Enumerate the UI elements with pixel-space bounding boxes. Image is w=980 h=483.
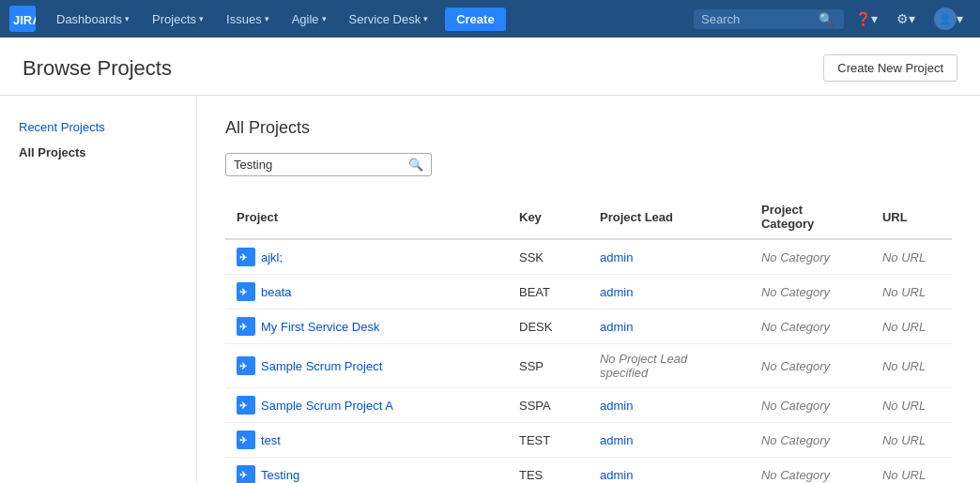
user-menu-button[interactable]: 👤 ▾ <box>926 0 971 38</box>
project-icon: ✈ <box>237 248 255 266</box>
svg-text:✈: ✈ <box>239 435 248 445</box>
project-name-link[interactable]: Sample Scrum Project A <box>261 399 393 413</box>
table-row: ✈ My First Service Desk DESK admin No Ca… <box>225 309 952 344</box>
project-icon: ✈ <box>237 465 255 483</box>
project-name-link[interactable]: test <box>261 433 281 447</box>
project-name-cell: ✈ My First Service Desk <box>225 309 508 344</box>
navbar: JIRA Dashboards▾ Projects▾ Issues▾ Agile… <box>0 0 980 38</box>
table-row: ✈ ajkl; SSK admin No Category No URL <box>225 239 952 275</box>
project-lead-link[interactable]: admin <box>600 320 633 334</box>
project-category-cell: No Category <box>750 309 871 344</box>
projects-table: Project Key Project Lead ProjectCategory… <box>225 195 952 483</box>
issues-arrow-icon: ▾ <box>265 14 269 23</box>
filter-input-wrap[interactable]: 🔍 <box>225 153 432 176</box>
user-avatar-icon: 👤 <box>934 8 957 30</box>
project-name-link[interactable]: Sample Scrum Project <box>261 359 382 373</box>
project-url-cell: No URL <box>871 423 952 458</box>
project-url-cell: No URL <box>871 458 952 484</box>
project-lead-cell: No Project Lead specified <box>589 344 750 388</box>
svg-text:✈: ✈ <box>239 400 248 411</box>
filter-input[interactable] <box>234 158 403 172</box>
projects-tbody: ✈ ajkl; SSK admin No Category No URL ✈ b… <box>225 239 952 483</box>
project-category-cell: No Category <box>750 423 871 458</box>
project-key-cell: SSPA <box>508 388 589 423</box>
project-url-cell: No URL <box>871 309 952 344</box>
create-new-project-button[interactable]: Create New Project <box>823 54 957 82</box>
jira-logo-icon: JIRA <box>9 6 36 32</box>
project-key-cell: TEST <box>508 423 589 458</box>
main-content: All Projects 🔍 Project Key Project Lead … <box>197 96 980 483</box>
project-url-cell: No URL <box>871 388 952 423</box>
search-input[interactable] <box>701 12 814 26</box>
project-url-cell: No URL <box>871 344 952 388</box>
search-icon: 🔍 <box>819 12 834 26</box>
project-category-cell: No Category <box>750 275 871 309</box>
projects-arrow-icon: ▾ <box>199 14 204 23</box>
project-icon: ✈ <box>237 317 255 336</box>
agile-arrow-icon: ▾ <box>322 14 327 23</box>
col-header-lead: Project Lead <box>589 195 750 239</box>
col-header-key: Key <box>508 195 589 239</box>
settings-button[interactable]: ⚙▾ <box>889 0 923 38</box>
project-key-cell: DESK <box>508 309 589 344</box>
svg-text:JIRA: JIRA <box>13 13 36 27</box>
content-area: Recent Projects All Projects All Project… <box>0 96 980 483</box>
project-lead-link[interactable]: admin <box>600 399 633 413</box>
project-key-cell: TES <box>508 458 589 484</box>
project-name-link[interactable]: ajkl; <box>261 250 283 264</box>
svg-text:✈: ✈ <box>239 322 248 332</box>
project-name-link[interactable]: Testing <box>261 468 299 482</box>
search-box[interactable]: 🔍 <box>694 9 844 29</box>
page-title: Browse Projects <box>23 56 172 81</box>
page-container: Browse Projects Create New Project Recen… <box>0 38 980 483</box>
project-lead-link[interactable]: admin <box>600 285 633 299</box>
help-icon: ❓▾ <box>855 11 878 26</box>
col-header-url: URL <box>871 195 952 239</box>
project-key-cell: BEAT <box>508 275 589 309</box>
col-header-project: Project <box>225 195 508 239</box>
create-button[interactable]: Create <box>445 8 505 31</box>
dashboards-arrow-icon: ▾ <box>125 14 130 23</box>
svg-text:✈: ✈ <box>239 470 248 480</box>
col-header-category: ProjectCategory <box>750 195 871 239</box>
svg-text:✈: ✈ <box>239 361 248 371</box>
table-row: ✈ Testing TES admin No Category No URL <box>225 458 952 484</box>
project-name-cell: ✈ Sample Scrum Project A <box>225 388 508 423</box>
project-category-cell: No Category <box>750 458 871 484</box>
nav-dashboards[interactable]: Dashboards▾ <box>47 0 139 38</box>
project-name-link[interactable]: My First Service Desk <box>261 320 379 334</box>
project-lead-cell: admin <box>589 458 750 484</box>
project-lead-cell: admin <box>589 423 750 458</box>
project-name-cell: ✈ Testing <box>225 458 508 484</box>
project-name-link[interactable]: beata <box>261 285 292 299</box>
page-header: Browse Projects Create New Project <box>0 38 980 96</box>
project-url-cell: No URL <box>871 275 952 309</box>
project-category-cell: No Category <box>750 388 871 423</box>
project-lead-cell: admin <box>589 275 750 309</box>
project-icon: ✈ <box>237 282 255 301</box>
project-category-cell: No Category <box>750 344 871 388</box>
project-icon: ✈ <box>237 356 255 375</box>
project-lead-cell: admin <box>589 239 750 275</box>
nav-service-desk[interactable]: Service Desk▾ <box>340 0 438 38</box>
nav-agile[interactable]: Agile▾ <box>283 0 336 38</box>
settings-icon: ⚙▾ <box>896 11 915 26</box>
project-lead-cell: admin <box>589 309 750 344</box>
project-key-cell: SSP <box>508 344 589 388</box>
project-url-cell: No URL <box>871 239 952 275</box>
project-icon: ✈ <box>237 430 255 449</box>
nav-projects[interactable]: Projects▾ <box>143 0 213 38</box>
filter-search-icon[interactable]: 🔍 <box>408 158 423 172</box>
user-arrow-icon: ▾ <box>957 11 963 26</box>
sidebar: Recent Projects All Projects <box>0 96 197 483</box>
project-lead-link[interactable]: admin <box>600 250 633 264</box>
service-desk-arrow-icon: ▾ <box>423 14 428 23</box>
table-row: ✈ Sample Scrum Project SSP No Project Le… <box>225 344 952 388</box>
nav-issues[interactable]: Issues▾ <box>217 0 279 38</box>
help-button[interactable]: ❓▾ <box>848 0 885 38</box>
app-brand[interactable]: JIRA <box>9 6 36 32</box>
sidebar-item-recent-projects[interactable]: Recent Projects <box>0 114 196 140</box>
sidebar-item-all-projects[interactable]: All Projects <box>0 140 196 165</box>
project-lead-link[interactable]: admin <box>600 433 633 447</box>
project-lead-link[interactable]: admin <box>600 468 633 482</box>
